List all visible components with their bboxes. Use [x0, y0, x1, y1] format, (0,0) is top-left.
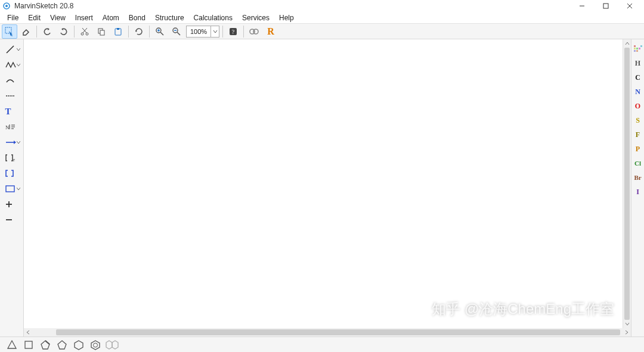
svg-rect-41 [634, 48, 636, 49]
rotate-button[interactable] [131, 24, 147, 39]
horizontal-scrollbar[interactable] [24, 328, 631, 337]
menu-bond[interactable]: Bond [124, 13, 150, 23]
svg-marker-51 [75, 341, 83, 350]
scroll-left-icon[interactable] [24, 328, 32, 337]
template-triangle[interactable] [4, 338, 20, 352]
dashed-tool[interactable] [2, 89, 22, 103]
scroll-right-icon[interactable] [623, 328, 631, 337]
chevron-down-icon [210, 26, 219, 37]
menubar: File Edit View Insert Atom Bond Structur… [0, 12, 644, 24]
cut-button[interactable] [77, 24, 92, 39]
redo-button[interactable] [56, 24, 72, 39]
bracket-tool[interactable] [2, 166, 22, 180]
element-p[interactable]: P [632, 142, 644, 156]
svg-rect-14 [117, 28, 119, 30]
element-s[interactable]: S [632, 113, 644, 127]
chevron-down-icon [17, 63, 20, 67]
template-benzene[interactable] [88, 338, 103, 352]
drawing-canvas[interactable]: 知乎 @沧海ChemEng工作室 [24, 39, 623, 328]
svg-line-9 [83, 28, 87, 33]
svg-text:N: N [5, 124, 10, 130]
svg-point-7 [81, 33, 83, 35]
arc-tool[interactable] [2, 73, 22, 88]
erase-tool[interactable] [18, 24, 34, 39]
minimize-button[interactable] [570, 0, 594, 12]
zoom-select[interactable]: 100% [186, 26, 219, 38]
scroll-thumb[interactable] [56, 329, 620, 335]
menu-view[interactable]: View [45, 13, 70, 23]
vertical-scrollbar[interactable] [623, 39, 631, 328]
window-title: MarvinSketch 20.8 [14, 2, 73, 10]
svg-marker-54 [106, 341, 112, 349]
menu-atom[interactable]: Atom [98, 13, 124, 23]
zoom-out-button[interactable] [169, 24, 184, 39]
template-pentagon[interactable] [54, 338, 70, 352]
main-toolbar: 100% ? R [0, 24, 644, 39]
toolbar-sep [222, 26, 223, 38]
svg-marker-46 [8, 341, 16, 348]
element-f[interactable]: F [632, 127, 644, 142]
toolbar-sep [128, 26, 129, 38]
element-n[interactable]: N [632, 85, 644, 99]
element-o[interactable]: O [632, 99, 644, 113]
svg-line-20 [177, 32, 180, 35]
undo-button[interactable] [39, 24, 55, 39]
workspace: T N n 知乎 @沧海ChemEng工作室 [0, 39, 644, 337]
app-icon [2, 2, 11, 10]
bracket-n-tool[interactable]: n [2, 151, 22, 165]
svg-line-49 [45, 341, 49, 344]
template-fused[interactable] [104, 338, 120, 352]
svg-rect-42 [636, 48, 638, 49]
scroll-up-icon[interactable] [623, 39, 631, 48]
paste-button[interactable] [110, 24, 126, 39]
svg-rect-44 [634, 50, 636, 52]
right-toolbar: H C N O S F P Cl Br I [631, 39, 644, 337]
chevron-down-icon [17, 141, 20, 144]
toolbar-sep [74, 26, 75, 38]
menu-calculations[interactable]: Calculations [189, 13, 237, 23]
scroll-down-icon[interactable] [623, 320, 631, 328]
scroll-thumb[interactable] [624, 48, 630, 320]
canvas-area: 知乎 @沧海ChemEng工作室 [24, 39, 631, 337]
svg-line-10 [82, 28, 86, 33]
close-button[interactable] [618, 0, 642, 12]
menu-help[interactable]: Help [274, 13, 299, 23]
template-cyclopentadiene[interactable] [38, 338, 53, 352]
menu-services[interactable]: Services [237, 13, 274, 23]
svg-line-16 [160, 32, 163, 35]
menu-insert[interactable]: Insert [70, 13, 98, 23]
element-h[interactable]: H [632, 56, 644, 70]
element-c[interactable]: C [632, 70, 644, 85]
template-square[interactable] [21, 338, 36, 352]
periodic-table-button[interactable] [632, 42, 644, 56]
menu-edit[interactable]: Edit [23, 13, 45, 23]
element-i[interactable]: I [632, 185, 644, 199]
toolbar-sep [243, 26, 244, 38]
r-group-button[interactable]: R [263, 24, 278, 39]
plus-tool[interactable] [2, 197, 22, 211]
chain-tool[interactable] [2, 58, 22, 72]
select-tool[interactable] [2, 24, 17, 39]
menu-structure[interactable]: Structure [150, 13, 189, 23]
text-tool[interactable]: T [2, 104, 22, 119]
template-hexagon[interactable] [71, 338, 86, 352]
arrow-tool[interactable] [2, 135, 22, 149]
help-button[interactable]: ? [225, 24, 241, 39]
name-tool[interactable]: N [2, 120, 22, 134]
svg-rect-45 [636, 50, 638, 52]
box-tool[interactable] [2, 182, 22, 196]
zoom-in-button[interactable] [152, 24, 168, 39]
minus-tool[interactable] [2, 213, 22, 227]
toolbar-sep [149, 26, 150, 38]
svg-rect-47 [25, 341, 32, 348]
maximize-button[interactable] [594, 0, 618, 12]
bottom-toolbar [0, 337, 644, 352]
menu-file[interactable]: File [2, 13, 23, 23]
link-button[interactable] [246, 24, 262, 39]
element-cl[interactable]: Cl [632, 156, 644, 170]
bond-tool[interactable] [2, 42, 22, 57]
svg-point-53 [94, 343, 98, 347]
zoom-value: 100% [187, 28, 210, 35]
copy-button[interactable] [94, 24, 109, 39]
element-br[interactable]: Br [632, 170, 644, 185]
